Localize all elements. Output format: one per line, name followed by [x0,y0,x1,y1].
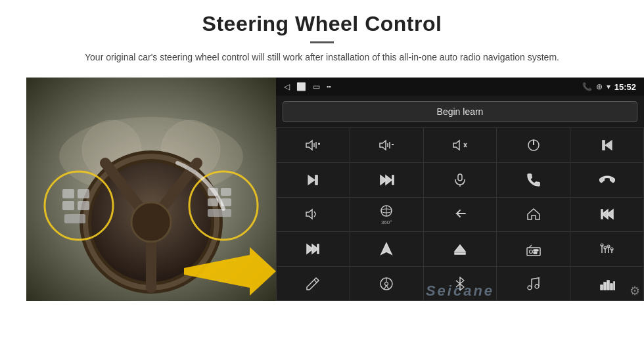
svg-rect-80 [601,285,603,290]
svg-point-74 [385,282,388,285]
android-panel: ◁ ⬜ ▭ ▪▪ 📞 ⊕ ▾ 15:52 Begin learn [276,78,644,301]
eject-button[interactable] [424,232,497,266]
svg-marker-28 [380,141,386,150]
car-image [26,78,276,301]
title-divider [310,41,334,43]
svg-marker-47 [306,210,312,219]
mute-button[interactable] [424,128,497,162]
svg-marker-32 [453,141,459,150]
svg-rect-19 [208,198,218,206]
next-track-button[interactable] [277,163,350,197]
svg-line-72 [314,280,317,282]
pen-button[interactable] [277,267,350,301]
home-button[interactable] [497,198,570,232]
svg-rect-18 [221,188,231,196]
fast-fwd-button[interactable] [350,163,423,197]
svg-rect-40 [315,175,317,185]
svg-rect-44 [392,175,394,185]
svg-marker-57 [381,243,392,254]
vol-up-button[interactable] [277,128,350,162]
location-icon: ⊕ [596,82,603,91]
svg-rect-16 [64,214,85,223]
svg-rect-38 [603,141,605,150]
svg-rect-59 [455,253,465,254]
icon-grid: 360° [276,127,644,301]
svg-marker-37 [605,141,612,150]
eq-button[interactable] [570,232,643,266]
svg-marker-23 [306,141,312,150]
wifi-icon: ▾ [607,82,610,91]
phone-call-button[interactable] [497,163,570,197]
phone-status-icon: 📞 [582,82,592,91]
speaker-button[interactable] [277,198,350,232]
begin-learn-button[interactable]: Begin learn [283,101,637,122]
svg-point-78 [528,286,532,290]
power-button[interactable] [497,128,570,162]
svg-point-79 [535,284,539,288]
begin-learn-row: Begin learn [276,96,644,127]
svg-rect-81 [604,282,606,290]
time-display: 15:52 [614,82,636,92]
svg-rect-14 [78,189,89,198]
svg-rect-62 [534,250,538,251]
svg-rect-84 [614,282,615,290]
gear-settings-icon[interactable]: ⚙ [630,284,640,298]
vol-down-button[interactable] [350,128,423,162]
svg-rect-82 [607,281,609,290]
skip-forward-button[interactable] [277,232,350,266]
home-nav-icon[interactable]: ⬜ [296,82,306,91]
back-nav-icon[interactable]: ◁ [284,82,290,91]
status-bar: ◁ ⬜ ▭ ▪▪ 📞 ⊕ ▾ 15:52 [276,78,644,96]
hang-up-button[interactable] [570,163,643,197]
svg-rect-83 [610,284,612,290]
bluetooth-button[interactable] [424,267,497,301]
svg-rect-15 [78,201,89,210]
navigate-button[interactable] [350,232,423,266]
svg-rect-63 [534,252,537,254]
rewind-button[interactable] [570,198,643,232]
back-button[interactable] [424,198,497,232]
apps-nav-icon[interactable]: ▭ [313,82,320,91]
svg-rect-45 [458,174,462,181]
svg-rect-13 [62,201,74,210]
svg-point-61 [529,250,532,253]
camera-360-button[interactable]: 360° [350,198,423,232]
subtitle-text: Your original car's steering wheel contr… [85,50,559,64]
svg-point-9 [131,202,171,242]
prev-track-button[interactable] [570,128,643,162]
steering-button[interactable] [350,267,423,301]
svg-rect-12 [62,189,74,198]
svg-marker-39 [308,175,315,185]
svg-marker-43 [386,175,392,185]
radio-button[interactable] [497,232,570,266]
sd-icon: ▪▪ [327,83,331,90]
page-title: Steering Wheel Control [85,12,559,36]
music-button[interactable] [497,267,570,301]
microphone-button[interactable] [424,163,497,197]
svg-rect-21 [208,209,231,217]
svg-marker-58 [455,245,465,252]
